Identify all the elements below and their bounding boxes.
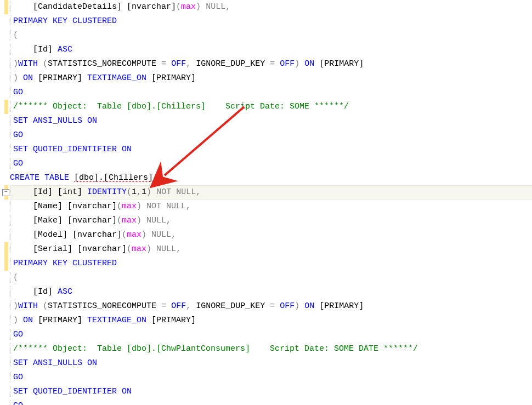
code-line[interactable]: ( bbox=[10, 271, 532, 285]
code-line[interactable]: GO bbox=[10, 370, 532, 385]
code-line[interactable]: SET QUOTED_IDENTIFIER ON bbox=[10, 142, 532, 157]
code-line[interactable]: [Make] [nvarchar](max) NULL, bbox=[10, 214, 532, 228]
change-marker-icon bbox=[4, 256, 8, 271]
code-line[interactable]: GO bbox=[10, 157, 532, 171]
code-line[interactable]: [Id] ASC bbox=[10, 43, 532, 57]
code-line[interactable]: [Name] [nvarchar](max) NOT NULL, bbox=[10, 199, 532, 214]
code-line[interactable]: PRIMARY KEY CLUSTERED bbox=[10, 256, 532, 271]
code-area[interactable]: [CandidateDetails] [nvarchar](max) NULL,… bbox=[10, 0, 532, 405]
editor-gutter bbox=[0, 0, 10, 405]
change-marker-icon bbox=[4, 0, 8, 14]
code-line[interactable]: SET ANSI_NULLS ON bbox=[10, 356, 532, 370]
error-squiggle: [dbo].[Chillers] bbox=[74, 173, 153, 182]
code-line[interactable]: )WITH (STATISTICS_NORECOMPUTE = OFF, IGN… bbox=[10, 57, 532, 71]
code-line[interactable]: PRIMARY KEY CLUSTERED bbox=[10, 14, 532, 28]
code-line[interactable]: /****** Object: Table [dbo].[Chillers] S… bbox=[10, 100, 532, 114]
code-line[interactable]: [CandidateDetails] [nvarchar](max) NULL, bbox=[10, 0, 532, 14]
code-line[interactable]: ) ON [PRIMARY] TEXTIMAGE_ON [PRIMARY] bbox=[10, 71, 532, 85]
code-line[interactable]: SET QUOTED_IDENTIFIER ON bbox=[10, 385, 532, 399]
code-line[interactable]: [Serial] [nvarchar](max) NULL, bbox=[10, 242, 532, 256]
code-line[interactable]: GO bbox=[10, 328, 532, 342]
code-line[interactable]: ) ON [PRIMARY] TEXTIMAGE_ON [PRIMARY] bbox=[10, 313, 532, 328]
code-line[interactable]: /****** Object: Table [dbo].[ChwPlantCon… bbox=[10, 342, 532, 356]
code-line[interactable]: GO bbox=[10, 399, 532, 405]
code-line[interactable]: GO bbox=[10, 85, 532, 100]
code-line[interactable]: SET ANSI_NULLS ON bbox=[10, 114, 532, 128]
code-line[interactable]: CREATE TABLE [dbo].[Chillers]( bbox=[10, 171, 532, 185]
code-line[interactable]: )WITH (STATISTICS_NORECOMPUTE = OFF, IGN… bbox=[10, 299, 532, 313]
collapse-region-toggle[interactable]: − bbox=[2, 189, 9, 196]
code-line[interactable]: [Model] [nvarchar](max) NULL, bbox=[10, 228, 532, 242]
code-line[interactable]: GO bbox=[10, 128, 532, 142]
change-marker-icon bbox=[4, 100, 8, 114]
code-line[interactable]: [Id] ASC bbox=[10, 285, 532, 299]
code-line[interactable]: ( bbox=[10, 28, 532, 43]
code-line[interactable]: [Id] [int] IDENTITY(1,1) NOT NULL, bbox=[10, 185, 532, 199]
sql-editor[interactable]: [CandidateDetails] [nvarchar](max) NULL,… bbox=[0, 0, 532, 405]
change-marker-icon bbox=[4, 242, 8, 256]
